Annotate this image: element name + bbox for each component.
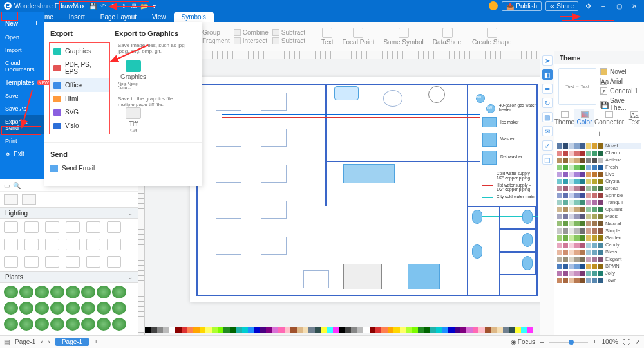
table[interactable] <box>261 93 287 111</box>
page-add[interactable]: + <box>94 338 98 345</box>
qat-save-icon[interactable]: 💾 <box>89 2 97 10</box>
menu-page-layout[interactable]: Page Layout <box>93 12 144 22</box>
qat-undo-icon[interactable]: ↶ <box>99 2 107 10</box>
table[interactable] <box>303 270 329 288</box>
rstrip-database-icon[interactable]: ▤ <box>542 112 553 122</box>
plant-symbol[interactable] <box>97 302 111 315</box>
symbol-thumb[interactable] <box>4 194 18 205</box>
zoom-slider[interactable] <box>549 342 588 343</box>
drawing-page[interactable]: HW HW 40-gallon gas water heater Ice mak… <box>190 77 540 302</box>
lighting-symbol[interactable] <box>107 221 121 233</box>
page-list-icon[interactable]: ▤ <box>4 338 10 345</box>
toilet[interactable] <box>522 233 533 247</box>
lighting-symbol[interactable] <box>66 221 80 233</box>
menu-insert[interactable]: Insert <box>61 12 93 22</box>
file-open[interactable]: Open <box>0 31 44 44</box>
scheme-jolly[interactable]: Jolly <box>557 270 641 276</box>
window-maximize[interactable]: ▢ <box>613 3 625 10</box>
ribbon-focal[interactable]: Focal Point <box>339 26 377 47</box>
scheme-town[interactable]: Town <box>557 277 641 283</box>
symbol-thumb[interactable] <box>22 194 36 205</box>
focus-toggle[interactable]: ◉ Focus <box>511 338 535 345</box>
plant-symbol[interactable] <box>97 318 111 331</box>
scheme-live[interactable]: Live <box>557 171 641 177</box>
export-fmt-office[interactable]: Office <box>50 78 109 92</box>
zoom-in[interactable]: + <box>593 338 597 345</box>
sink[interactable] <box>408 264 440 289</box>
scheme-sprinkle[interactable]: Sprinkle <box>557 192 641 198</box>
export-fmt-pdf-ps-eps[interactable]: PDF, PS, EPS <box>50 58 109 78</box>
table[interactable] <box>261 165 287 183</box>
toilet[interactable] <box>472 244 482 259</box>
theme-tab-theme[interactable]: Theme <box>554 109 574 127</box>
file-cloud[interactable]: Cloud Documents <box>0 57 44 76</box>
theme-tab-connector[interactable]: Connector <box>594 109 624 127</box>
share-button[interactable]: ∞ Share <box>545 1 578 11</box>
rstrip-history-icon[interactable]: ↻ <box>542 98 553 108</box>
qat-open-icon[interactable]: 📂 <box>140 2 148 10</box>
lighting-symbol[interactable] <box>66 256 80 268</box>
export-fmt-graphics[interactable]: Graphics <box>50 44 109 58</box>
color-palette-bar[interactable] <box>145 327 533 333</box>
file-templates[interactable]: TemplatesNEW <box>0 76 44 89</box>
lighting-symbol[interactable] <box>66 239 80 250</box>
scheme-elegant[interactable]: Elegant <box>557 256 641 262</box>
plant-symbol[interactable] <box>35 318 49 331</box>
scheme-candy[interactable]: Candy <box>557 242 641 248</box>
counter[interactable] <box>343 164 395 183</box>
plant-symbol[interactable] <box>4 302 18 315</box>
lighting-symbol[interactable] <box>45 239 59 250</box>
lighting-symbol[interactable] <box>24 256 39 268</box>
lighting-symbol[interactable] <box>45 256 59 268</box>
lib-shapes-icon[interactable]: ▭ <box>3 181 10 189</box>
file-new[interactable]: New+ <box>0 15 44 31</box>
plant-symbol[interactable] <box>97 286 111 298</box>
scheme-charm[interactable]: Charm <box>557 150 641 156</box>
plant-symbol[interactable] <box>112 302 126 315</box>
rstrip-pointer-icon[interactable]: ➤ <box>542 55 553 66</box>
opt-arial[interactable]: AaArial <box>600 78 640 85</box>
plant-symbol[interactable] <box>66 286 80 298</box>
stove[interactable] <box>343 264 382 289</box>
menu-symbols[interactable]: Symbols <box>174 12 214 22</box>
page-prev[interactable]: ‹ <box>41 338 43 345</box>
scheme-tranquil[interactable]: Tranquil <box>557 199 641 205</box>
theme-tab-color[interactable]: Color <box>574 109 594 127</box>
window-minimize[interactable]: – <box>598 3 609 10</box>
qat-redo-icon[interactable]: ↷ <box>109 2 117 10</box>
page-tab[interactable]: Page-1 <box>55 338 89 346</box>
window-close[interactable]: ✕ <box>629 3 640 10</box>
scheme-bloss...[interactable]: Bloss... <box>557 249 641 255</box>
plant-symbol[interactable] <box>19 318 33 331</box>
file-import[interactable]: Import <box>0 44 44 57</box>
lib-search-icon[interactable]: 🔍 <box>13 181 21 189</box>
add-theme-button[interactable]: + <box>554 127 644 140</box>
rstrip-comment-icon[interactable]: ✉ <box>542 126 553 136</box>
table[interactable] <box>216 93 242 111</box>
table[interactable] <box>216 129 242 147</box>
scheme-novel[interactable]: Novel <box>557 143 641 149</box>
scheme-garden[interactable]: Garden <box>557 235 641 241</box>
export-fmt-html[interactable]: Html <box>50 92 109 105</box>
lighting-symbol[interactable] <box>4 239 18 250</box>
plant-symbol[interactable] <box>66 302 80 315</box>
plant-symbol[interactable] <box>50 302 64 315</box>
plant-symbol[interactable] <box>4 318 18 331</box>
dishwasher[interactable] <box>482 151 497 165</box>
ribbon-same-symbol[interactable]: Same Symbol <box>381 26 426 47</box>
table[interactable] <box>261 129 287 147</box>
tile-graphics[interactable]: Graphics*.jpg, *.jpeg, *.png ... <box>118 60 149 89</box>
file-print[interactable]: Print <box>0 134 44 147</box>
table[interactable] <box>216 237 242 255</box>
page-next[interactable]: › <box>48 338 50 345</box>
scheme-natural[interactable]: Natural <box>557 221 641 226</box>
table[interactable] <box>261 237 287 255</box>
rstrip-collapse-icon[interactable]: ◫ <box>542 154 553 165</box>
file-save-as[interactable]: Save As <box>0 102 44 115</box>
settings-icon[interactable]: ⚙ <box>582 3 594 10</box>
ribbon-combine[interactable]: Combine <box>234 29 269 36</box>
lighting-symbol[interactable] <box>86 221 100 233</box>
plant-symbol[interactable] <box>19 302 33 315</box>
table[interactable] <box>216 165 242 183</box>
scheme-fresh[interactable]: Fresh <box>557 164 641 170</box>
